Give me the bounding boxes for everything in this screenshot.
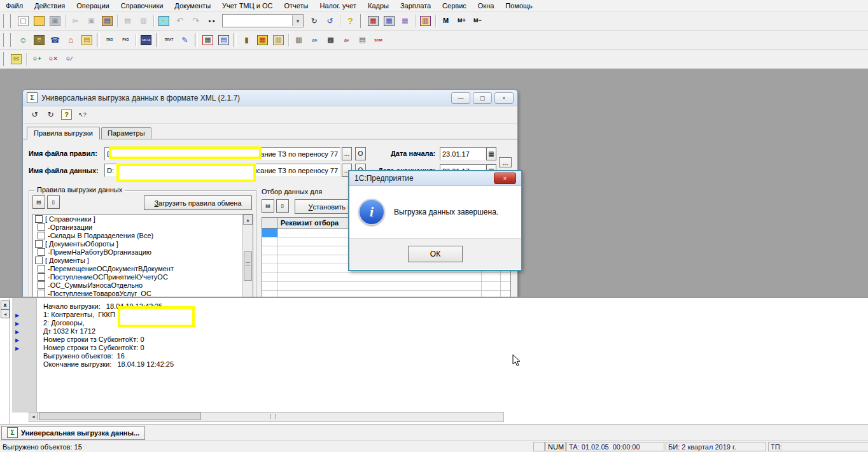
menu-операции[interactable]: Операции	[71, 1, 115, 10]
selection-table-row[interactable]	[262, 273, 510, 282]
menu-зарплата[interactable]: Зарплата	[395, 1, 437, 10]
rules-file-open-button[interactable]: О	[355, 147, 366, 160]
selection-uncheck-all-button[interactable]: ▯	[276, 199, 289, 213]
ok-button[interactable]: ОК	[408, 246, 463, 262]
undo-button[interactable]: ↶	[172, 14, 187, 28]
rules-tree-item[interactable]: -ПоступлениеОСПринятиеКУчетуОС	[33, 272, 253, 281]
open-folder-button[interactable]	[32, 14, 46, 28]
user-add-button[interactable]: ☺+	[29, 52, 44, 66]
monitor-key-button[interactable]: ●	[157, 14, 171, 28]
close-button[interactable]: ×	[494, 92, 514, 104]
flag-cell[interactable]	[262, 282, 278, 290]
new-document-button[interactable]: ▢	[16, 14, 31, 28]
rules-file-browse-button[interactable]: ...	[342, 147, 352, 160]
employees-button[interactable]: ☺	[16, 33, 31, 47]
menu-файл[interactable]: Файл	[0, 1, 29, 10]
flag-cell[interactable]	[262, 255, 278, 264]
menu-помощь[interactable]: Помощь	[500, 1, 538, 10]
checkbox[interactable]	[38, 248, 45, 256]
form-help-button[interactable]: ?	[59, 108, 74, 122]
selection-table-row[interactable]	[262, 282, 510, 291]
edit-pen-button[interactable]: ✎	[178, 33, 192, 47]
rules-tree-item[interactable]: [ Документы ]	[33, 256, 253, 264]
attribute-cell[interactable]	[278, 273, 482, 281]
flag-cell[interactable]	[262, 246, 278, 255]
menu-сервис[interactable]: Сервис	[437, 1, 472, 10]
checkered-report-button[interactable]: ▩	[323, 33, 338, 47]
log-line[interactable]: ▶Номер строки тз СубконтоКт: 0	[0, 344, 868, 352]
flag-cell[interactable]	[262, 273, 278, 281]
load-settings-button[interactable]: ↺	[27, 108, 42, 122]
memory-recall-button[interactable]: М	[438, 14, 453, 28]
menu-налог-учет[interactable]: Налог. учет	[314, 1, 362, 10]
memory-minus-button[interactable]: М−	[470, 14, 485, 28]
calculator-button[interactable]: ▦	[366, 14, 381, 28]
find-next-button[interactable]: ↻	[307, 14, 321, 28]
start-date-calendar-button[interactable]: ▦	[486, 147, 496, 160]
checkbox[interactable]	[38, 232, 45, 239]
tab-parameters[interactable]: Параметры	[101, 127, 151, 139]
menu-справочники[interactable]: Справочники	[115, 1, 169, 10]
turnover-journal-button[interactable]: ▤	[80, 33, 94, 47]
menu-кадры[interactable]: Кадры	[362, 1, 395, 10]
minimize-button[interactable]: —	[451, 92, 470, 104]
extra-cell[interactable]	[482, 282, 501, 290]
phone-button[interactable]: ☎	[48, 33, 62, 47]
rko-button[interactable]: РКО	[118, 33, 133, 47]
find-previous-button[interactable]: ↺	[323, 14, 337, 28]
menu-действия[interactable]: Действия	[29, 1, 71, 10]
mail-export-button[interactable]: ✉	[9, 52, 24, 66]
uncheck-all-button[interactable]: ▯	[47, 195, 60, 209]
menu-учет-тмц-и-ос[interactable]: Учет ТМЦ и ОС	[216, 1, 278, 10]
user-edit-button[interactable]: ☺⁄	[61, 52, 76, 66]
file-cabinet-button[interactable]: ≡	[32, 33, 46, 47]
extra-cell[interactable]	[482, 273, 501, 281]
menu-окна[interactable]: Окна	[472, 1, 500, 10]
checkbox[interactable]	[35, 215, 43, 223]
accounts-table-button[interactable]: ▥	[291, 33, 306, 47]
rules-tree-item[interactable]: -ОС_СуммыИзносаОтдельно	[33, 281, 253, 289]
save-button[interactable]: ▣	[48, 14, 62, 28]
window-title-bar[interactable]: Σ Универсальная выгрузка данных в формат…	[23, 90, 517, 106]
rules-tree-item[interactable]: -Организации	[33, 223, 253, 231]
organization-house-button[interactable]: ⌂	[64, 33, 78, 47]
dialog-title-bar[interactable]: 1С:Предприятие ×	[349, 171, 521, 186]
rules-tree-item[interactable]: [ ДокументыОбороты ]	[33, 239, 253, 248]
scroll-up-icon[interactable]: ▲	[243, 215, 253, 225]
dk-report-button[interactable]: Дк	[339, 33, 354, 47]
memory-plus-button[interactable]: М+	[454, 14, 469, 28]
scroll-left-icon[interactable]: ◄	[29, 413, 38, 420]
redo-button[interactable]: ↷	[188, 14, 203, 28]
message-hscroll-thumb[interactable]	[39, 413, 201, 420]
rules-tree-item[interactable]: -Склады В Подразделения (Все)	[33, 231, 253, 239]
rules-tree-list[interactable]: ▲ [ Справочники ]-Организации-Склады В П…	[32, 214, 253, 298]
start-date-input[interactable]: 23.01.17	[440, 147, 486, 160]
combo-dropdown-icon[interactable]: ▾	[292, 15, 303, 26]
print-button[interactable]: ▤	[120, 14, 135, 28]
checkbox[interactable]	[38, 290, 45, 297]
restore-button[interactable]: ▢	[473, 92, 492, 104]
checkbox[interactable]	[38, 273, 45, 281]
menu-документы[interactable]: Документы	[169, 1, 216, 10]
dialog-close-button[interactable]: ×	[494, 173, 516, 184]
rules-tree-item[interactable]: -ПеремещениеОСДокументВДокумент	[33, 264, 253, 272]
tab-export-rules[interactable]: Правила выгрузки	[27, 127, 100, 139]
checkbox[interactable]	[35, 257, 43, 264]
find-binoculars-button[interactable]: ● ●	[204, 14, 219, 28]
table-query-button[interactable]: ▦	[398, 14, 412, 28]
window-tab-export[interactable]: Σ Универсальная выгрузка данны...	[1, 426, 145, 440]
print-preview-button[interactable]: ▥	[136, 14, 151, 28]
checkbox[interactable]	[38, 281, 45, 289]
context-help-button[interactable]: ↖?	[75, 108, 90, 122]
save-settings-button[interactable]: ↻	[43, 108, 58, 122]
load-exchange-rules-button[interactable]: Загрузить правила обмена	[144, 195, 252, 210]
cut-button[interactable]: ✂	[68, 14, 83, 28]
checkbox[interactable]	[38, 265, 45, 272]
rules-tree-item[interactable]: [ Справочники ]	[33, 215, 253, 223]
selection-check-all-button[interactable]: ▤	[262, 199, 274, 213]
log-line[interactable]: ▶Дт 1032 Кт 1712	[0, 327, 868, 335]
checkbox[interactable]	[35, 240, 43, 248]
formula-calculator-button[interactable]: ▦	[382, 14, 396, 28]
flag-cell[interactable]	[262, 264, 278, 272]
paste-button[interactable]: ▤	[100, 14, 115, 28]
